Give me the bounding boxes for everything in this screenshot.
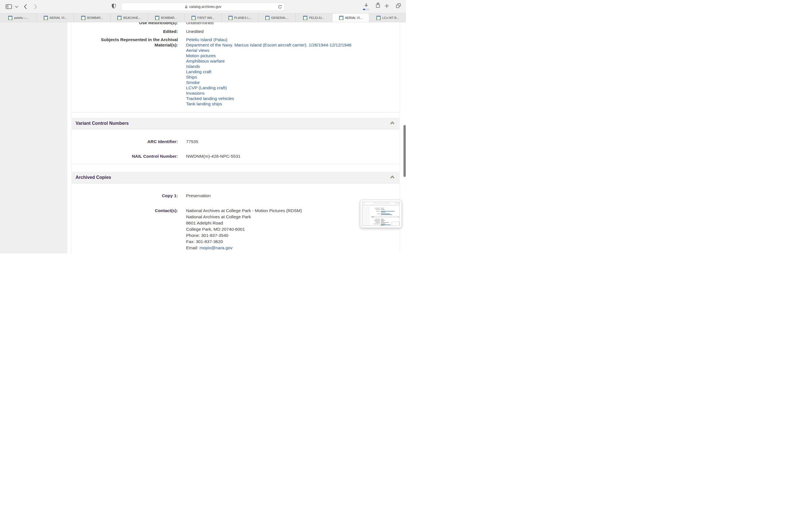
forward-icon[interactable] [34, 4, 37, 9]
lcvp-landing-craft-link[interactable]: LCVP (Landing craft) [186, 86, 227, 90]
page-left-gutter [0, 22, 67, 253]
tab-label: GENERAL... [271, 16, 289, 19]
mini-content-bar [376, 209, 380, 210]
value-text: Preservation [186, 193, 211, 198]
tab-peleliu[interactable]: PELELIU... [296, 13, 333, 22]
toolbar-divider [13, 4, 13, 9]
value-text: Fax: 301-837-3620 [186, 239, 223, 244]
section-header-archived-copies[interactable]: Archived Copies [71, 172, 400, 183]
section-title: Archived Copies [75, 175, 390, 180]
tab-label: BOMBAR... [87, 16, 103, 19]
field-copy-1: Copy 1:Preservation [71, 193, 400, 198]
value-text: Phone: 301-837-3540 [186, 233, 229, 238]
contacts-label: Contact(s): [71, 208, 178, 251]
page-content: Use Restriction(s):UndeterminedEdited:Un… [0, 22, 406, 253]
mini-content-bar [381, 211, 395, 212]
mini-content-bar [375, 208, 380, 209]
nara-favicon-icon [339, 16, 343, 20]
tab-overview-icon[interactable] [396, 3, 401, 8]
value-text: 8601 Adelphi Road [186, 221, 223, 225]
mini-nested-thumbnail [392, 222, 400, 226]
ships-link[interactable]: Ships [186, 75, 197, 79]
field-nail-control-number: NAIL Control Number:NWDNM(m)-428-NPC-553… [71, 154, 400, 159]
mini-content-bar [381, 225, 384, 226]
value-text: 77535 [186, 139, 198, 144]
tab-bar: peleliu –...AERIAL VI...BOMBAR...BEACHHE… [0, 13, 406, 22]
mini-content-bar [381, 222, 389, 223]
section-divider [71, 164, 400, 164]
tracked-landing-vehicles-link[interactable]: Tracked landing vehicles [186, 96, 234, 101]
motion-pictures-link[interactable]: Motion pictures [186, 53, 216, 58]
tab-label: FIRST WA... [197, 16, 214, 19]
amphibious-warfare-link[interactable]: Amphibious warfare [186, 59, 225, 63]
use-restrictions-value: Undetermined [186, 22, 400, 25]
section-header-variant-control-numbers[interactable]: Variant Control Numbers [71, 118, 400, 129]
reload-icon[interactable] [278, 5, 282, 10]
mini-content-bar [377, 214, 380, 214]
aerial-views-link[interactable]: Aerial views [186, 48, 209, 53]
chevron-up-icon[interactable] [390, 121, 395, 126]
value-text: Email: [186, 245, 199, 250]
tab-aerial-vi[interactable]: AERIAL VI... [37, 13, 74, 22]
mini-content-bar [363, 203, 365, 204]
nara-favicon-icon [192, 16, 196, 20]
address-bar[interactable]: catalog.archives.gov [121, 3, 285, 11]
nail-control-number-value: NWDNM(m)-428-NPC-5531 [186, 154, 400, 159]
invasions-link[interactable]: Invasions [186, 91, 204, 96]
tab-bombar[interactable]: BOMBAR... [74, 13, 111, 22]
tab-label: BOMBAR... [161, 16, 177, 19]
browser-toolbar: catalog.archives.gov [0, 0, 406, 13]
tank-landing-ships-link[interactable]: Tank landing ships [186, 101, 222, 106]
screenshot-preview-miniature [362, 202, 400, 226]
mini-content-bar [371, 217, 374, 217]
mini-content-bar [371, 216, 400, 218]
field-subjects: Subjects Represented in the ArchivalMate… [71, 37, 400, 107]
chevron-up-icon[interactable] [390, 175, 395, 180]
nara-favicon-icon [8, 16, 12, 20]
mini-content-bar [398, 217, 399, 217]
downloads-icon[interactable] [364, 3, 368, 7]
department-of-the-navy-marcus-island-escort-aircraft-carrier-1-26-1944-12-12-1946-link[interactable]: Department of the Navy. Marcus Island (E… [186, 43, 351, 47]
copy-1-value: Preservation [186, 193, 400, 198]
edited-value: Unedited [186, 29, 400, 34]
field-arc-identifier: ARC Identifier:77535 [71, 139, 400, 144]
value-text: College Park, MD 20740-6001 [186, 227, 245, 231]
tab-planes-l[interactable]: PLANES L... [221, 13, 259, 22]
value-text: Undetermined [186, 22, 213, 25]
tab-beachhe[interactable]: BEACHHE... [111, 13, 148, 22]
tab-bombar[interactable]: BOMBAR... [148, 13, 185, 22]
mini-content-bar [395, 203, 400, 204]
new-tab-icon[interactable] [385, 4, 389, 8]
tab-aerial-vi[interactable]: AERIAL VI... [333, 13, 369, 22]
share-icon[interactable] [375, 2, 380, 8]
tab-general[interactable]: GENERAL... [259, 13, 296, 22]
arc-identifier-label: ARC Identifier: [71, 139, 178, 144]
section-divider [71, 112, 400, 113]
mini-content-bar [381, 224, 385, 224]
tab-label: AERIAL VI... [50, 16, 67, 19]
screenshot-preview-thumbnail[interactable] [360, 200, 402, 228]
edited-label: Edited: [71, 29, 178, 34]
subjects-label: Subjects Represented in the ArchivalMate… [71, 37, 178, 107]
safari-window: catalog.archives.gov peleliu –...AERIAL … [0, 0, 406, 253]
nara-favicon-icon [376, 16, 380, 20]
peleliu-island-palau-link[interactable]: Peleliu Island (Palau) [186, 37, 227, 42]
value-text: Unedited [186, 29, 204, 34]
back-icon[interactable] [24, 4, 27, 9]
mini-tab-strip [362, 205, 400, 206]
chevron-down-icon[interactable] [15, 6, 18, 8]
tab-first-wa[interactable]: FIRST WA... [185, 13, 221, 22]
tab-lcs-hit-b[interactable]: LCs HIT B... [369, 13, 406, 22]
mini-content-bar [381, 209, 385, 210]
scrollbar-thumb[interactable] [403, 125, 406, 177]
islands-link[interactable]: Islands [186, 64, 200, 69]
shield-icon[interactable] [112, 3, 116, 9]
mini-content-bar [381, 208, 384, 209]
sidebar-toggle-icon[interactable] [6, 4, 12, 9]
section-title: Variant Control Numbers [75, 121, 390, 126]
landing-craft-link[interactable]: Landing craft [186, 69, 211, 74]
smoke-link[interactable]: Smoke [186, 80, 200, 85]
mopix-nara-gov-link[interactable]: mopix@nara.gov [199, 245, 232, 250]
mini-content-bar [381, 214, 392, 215]
tab-peleliu[interactable]: peleliu –... [0, 13, 37, 22]
